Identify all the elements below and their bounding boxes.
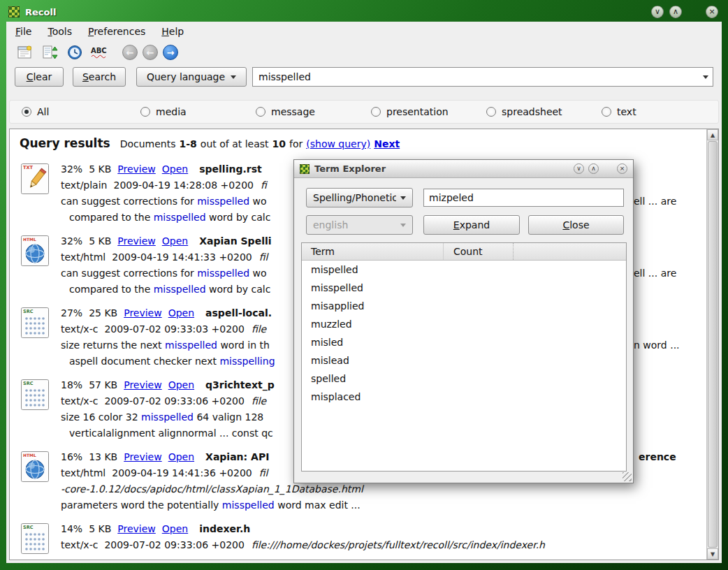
term-cell: spelled: [302, 370, 444, 388]
expansion-mode-dropdown[interactable]: Spelling/Phonetic: [306, 188, 413, 207]
unshade-button[interactable]: ∧: [669, 6, 682, 18]
src-file-icon[interactable]: SRC: [20, 522, 51, 555]
count-column-header[interactable]: Count: [444, 243, 514, 260]
open-link[interactable]: Open: [162, 163, 188, 175]
open-link[interactable]: Open: [162, 523, 188, 534]
radio-presentation[interactable]: [371, 107, 381, 117]
search-input[interactable]: [253, 71, 699, 82]
radio-all[interactable]: [22, 107, 31, 117]
html-file-icon[interactable]: HTML: [20, 235, 51, 267]
expand-button[interactable]: Expand: [423, 215, 520, 235]
open-link[interactable]: Open: [162, 235, 188, 247]
filter-label: spreadsheet: [502, 106, 562, 117]
radio-media[interactable]: [140, 107, 150, 117]
term-table-body: mispelledmisspelledmisappliedmuzzledmisl…: [302, 261, 626, 406]
scrollbar-thumb[interactable]: [708, 141, 718, 548]
term-row[interactable]: misapplied: [302, 297, 626, 315]
snippet-fragment: n word ...: [634, 337, 680, 353]
txt-file-icon[interactable]: TXT: [20, 163, 51, 195]
query-language-dropdown[interactable]: Query language: [136, 67, 247, 87]
file-url: file: [252, 323, 266, 335]
open-link[interactable]: Open: [168, 379, 194, 390]
first-page-button[interactable]: ←: [122, 45, 138, 60]
file-size: 25 KB: [89, 307, 117, 319]
term-row[interactable]: muzzled: [302, 315, 626, 333]
svg-text:ABC: ABC: [91, 47, 107, 54]
filter-message[interactable]: message: [256, 106, 315, 117]
term-explorer-icon[interactable]: ABC: [90, 43, 109, 61]
search-history-dropdown[interactable]: [699, 68, 713, 86]
term-cell: misapplied: [302, 297, 444, 315]
filter-spreadsheet[interactable]: spreadsheet: [486, 106, 562, 117]
chevron-down-icon: [400, 224, 406, 227]
next-page-link[interactable]: Next: [374, 138, 400, 149]
history-clock-icon[interactable]: [65, 43, 84, 61]
menu-item-preferences[interactable]: Preferences: [88, 26, 145, 37]
search-combobox[interactable]: [252, 67, 713, 87]
count-cell: [444, 315, 453, 333]
scroll-up-icon[interactable]: ▲: [707, 129, 718, 140]
src-file-icon[interactable]: SRC: [20, 307, 51, 339]
preview-link[interactable]: Preview: [124, 451, 162, 462]
term-column-header[interactable]: Term: [302, 243, 444, 260]
term-row[interactable]: mislead: [302, 351, 626, 370]
preview-link[interactable]: Preview: [117, 523, 156, 534]
file-size: 57 KB: [89, 379, 117, 390]
open-link[interactable]: Open: [168, 451, 194, 462]
results-scrollbar[interactable]: ▲ ▼: [706, 129, 718, 560]
highlighted-term: misspelled: [165, 339, 217, 351]
menu-item-tools[interactable]: Tools: [48, 26, 72, 37]
language-dropdown[interactable]: english: [306, 215, 413, 235]
term-row[interactable]: misspelled: [302, 279, 626, 297]
search-row: Clear Search Query language: [6, 64, 722, 90]
term-explorer-titlebar[interactable]: Term Explorer ∨∧×: [294, 160, 633, 178]
shade-button[interactable]: ∨: [651, 6, 664, 18]
chevron-down-icon: [400, 196, 406, 200]
preview-link[interactable]: Preview: [124, 379, 162, 390]
scroll-down-icon[interactable]: ▼: [707, 548, 718, 560]
preview-link[interactable]: Preview: [117, 163, 156, 175]
titlebar[interactable]: Recoll ∨∧×: [8, 3, 720, 21]
show-query-link[interactable]: (show query): [306, 138, 370, 149]
filter-presentation[interactable]: presentation: [371, 106, 449, 117]
dialog-shade-button[interactable]: ∨: [574, 163, 584, 174]
next-page-button[interactable]: →: [163, 45, 178, 60]
term-input[interactable]: [423, 189, 624, 207]
dialog-title: Term Explorer: [314, 163, 569, 174]
sort-document-icon[interactable]: [40, 43, 59, 61]
term-cell: misspelled: [302, 279, 444, 297]
open-link[interactable]: Open: [168, 307, 194, 319]
count-cell: [444, 297, 453, 315]
menu-item-file[interactable]: File: [15, 26, 31, 37]
term-row[interactable]: mispelled: [302, 261, 626, 279]
preview-link[interactable]: Preview: [117, 235, 156, 247]
dialog-unshade-button[interactable]: ∧: [588, 163, 599, 174]
search-button[interactable]: Search: [73, 67, 126, 87]
dialog-close-button[interactable]: Close: [528, 215, 624, 235]
radio-spreadsheet[interactable]: [486, 107, 496, 117]
close-button[interactable]: ×: [617, 163, 627, 174]
menu-item-help[interactable]: Help: [161, 26, 184, 37]
html-file-icon[interactable]: HTML: [20, 451, 51, 483]
previous-page-button[interactable]: ←: [143, 45, 158, 60]
query-results-title: Query results: [20, 136, 110, 150]
mime-type: text/plain: [61, 180, 107, 191]
filter-all[interactable]: All: [22, 106, 49, 117]
close-button[interactable]: ×: [706, 6, 718, 18]
snippet-text: can suggest corrections for: [61, 196, 197, 207]
filter-media[interactable]: media: [140, 106, 187, 117]
snippet-fragment: ell ... are: [634, 193, 676, 210]
src-file-icon[interactable]: SRC: [20, 379, 51, 411]
clear-button[interactable]: Clear: [15, 67, 64, 87]
resize-grip[interactable]: [623, 472, 632, 481]
clear-search-icon[interactable]: [15, 43, 34, 61]
term-row[interactable]: spelled: [302, 370, 626, 388]
term-table-header[interactable]: Term Count: [302, 243, 626, 261]
date: 2009-04-19 14:41:33 +0200: [112, 251, 252, 263]
radio-message[interactable]: [256, 107, 265, 117]
term-row[interactable]: misled: [302, 333, 626, 351]
radio-text[interactable]: [602, 107, 611, 117]
preview-link[interactable]: Preview: [124, 307, 162, 319]
filter-text[interactable]: text: [602, 106, 636, 117]
term-row[interactable]: misplaced: [302, 388, 626, 406]
